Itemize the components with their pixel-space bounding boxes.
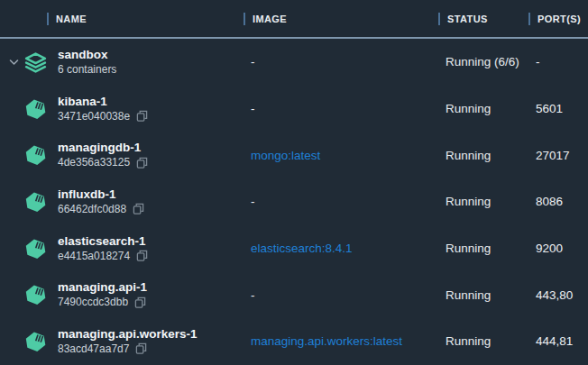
chevron-down-icon[interactable]: [9, 59, 24, 66]
container-sub: 83acd47aa7d7: [58, 342, 198, 357]
container-sub: 6 containers: [58, 62, 116, 78]
containers-table: NAME IMAGE STATUS PORT(S): [0, 0, 588, 365]
copy-id-button[interactable]: [133, 203, 144, 215]
column-separator: [243, 13, 245, 25]
stack-icon: [24, 50, 47, 74]
container-sub: 3471e040038e: [58, 109, 148, 124]
row-icon: [24, 237, 47, 260]
copy-id-button[interactable]: [136, 250, 148, 262]
name-lines: elasticsearch-1 e4415a018274: [58, 233, 148, 264]
column-separator: [47, 13, 49, 25]
container-sub: e4415a018274: [58, 249, 148, 264]
status-cell: Running (6/6): [438, 55, 528, 68]
container-id: 66462dfc0d88: [58, 202, 126, 217]
column-separator: [438, 13, 440, 25]
name-lines: influxdb-1 66462dfc0d88: [58, 187, 144, 217]
column-separator: [528, 13, 530, 25]
container-id: e4415a018274: [58, 249, 130, 264]
copy-icon: [136, 250, 148, 262]
row-icon: [24, 50, 47, 74]
name-lines: sandbox 6 containers: [58, 47, 116, 78]
table-header: NAME IMAGE STATUS PORT(S): [0, 0, 588, 39]
status-cell: Running: [438, 288, 528, 302]
status-cell: Running: [438, 149, 528, 162]
container-id: 7490ccdc3dbb: [58, 295, 128, 310]
copy-icon: [135, 342, 147, 355]
row-icon: [24, 143, 47, 167]
container-id: 3471e040038e: [58, 109, 130, 124]
status-cell: Running: [438, 102, 528, 115]
container-name: managing.api.workers-1: [58, 326, 198, 342]
name-cell: elasticsearch-1 e4415a018274: [0, 233, 243, 264]
status-cell: Running: [438, 195, 528, 208]
copy-icon: [133, 203, 144, 215]
table-row[interactable]: managing.api.workers-1 83acd47aa7d7 mana…: [0, 318, 588, 365]
table-row[interactable]: kibana-1 3471e040038e - Running 5601: [0, 86, 588, 132]
column-header-image[interactable]: IMAGE: [243, 0, 438, 37]
table-row[interactable]: managing.api-1 7490ccdc3dbb - Running: [0, 271, 588, 318]
image-cell[interactable]: mongo:latest: [243, 149, 438, 162]
copy-icon: [134, 297, 146, 309]
copy-id-button[interactable]: [136, 110, 148, 123]
image-cell[interactable]: managing.api.workers:latest: [243, 334, 438, 348]
table-row[interactable]: elasticsearch-1 e4415a018274 elasticsear…: [0, 225, 588, 272]
container-icon: [24, 237, 47, 260]
copy-icon: [136, 157, 148, 169]
image-cell: -: [243, 102, 438, 115]
ports-cell: 9200: [528, 242, 588, 255]
ports-cell: 443,80: [528, 288, 588, 302]
column-header-label: PORT(S): [537, 14, 581, 24]
copy-id-button[interactable]: [134, 297, 146, 309]
name-lines: managing.api.workers-1 83acd47aa7d7: [58, 326, 198, 357]
container-name: kibana-1: [58, 94, 148, 109]
container-id: 6 containers: [58, 62, 116, 78]
table-row[interactable]: influxdb-1 66462dfc0d88 - Running 80: [0, 178, 588, 225]
row-icon: [24, 330, 47, 353]
ports-cell: -: [528, 55, 588, 68]
container-icon: [24, 97, 47, 121]
column-header-name[interactable]: NAME: [0, 0, 243, 37]
name-lines: managing.api-1 7490ccdc3dbb: [58, 279, 147, 310]
column-header-ports[interactable]: PORT(S): [528, 0, 588, 37]
container-id: 4de356a33125: [58, 155, 130, 170]
row-icon: [24, 97, 47, 121]
name-lines: managingdb-1 4de356a33125: [58, 140, 148, 170]
container-name: influxdb-1: [58, 187, 144, 202]
row-icon: [24, 190, 47, 214]
ports-cell: 444,81: [528, 334, 588, 348]
ports-cell: 8086: [528, 195, 588, 208]
container-name: elasticsearch-1: [58, 233, 148, 249]
copy-id-button[interactable]: [135, 342, 147, 355]
column-header-status[interactable]: STATUS: [438, 0, 528, 37]
container-sub: 7490ccdc3dbb: [58, 295, 147, 310]
name-cell: managing.api.workers-1 83acd47aa7d7: [0, 326, 243, 357]
table-row[interactable]: managingdb-1 4de356a33125 mongo:latest R: [0, 132, 588, 178]
name-cell: managing.api-1 7490ccdc3dbb: [0, 279, 243, 310]
table-row[interactable]: sandbox 6 containers - Running (6/6): [0, 39, 588, 86]
image-cell[interactable]: elasticsearch:8.4.1: [243, 242, 438, 255]
container-icon: [24, 330, 47, 353]
name-cell: managingdb-1 4de356a33125: [0, 140, 243, 170]
container-name: managingdb-1: [58, 140, 148, 155]
container-name: managing.api-1: [58, 279, 147, 295]
container-icon: [24, 283, 47, 306]
container-name: sandbox: [58, 47, 116, 62]
copy-icon: [136, 110, 148, 123]
image-cell: -: [243, 195, 438, 208]
name-lines: kibana-1 3471e040038e: [58, 94, 148, 124]
status-cell: Running: [438, 242, 528, 255]
column-header-label: IMAGE: [253, 14, 287, 24]
row-icon: [24, 283, 47, 306]
containers-table-body: sandbox 6 containers - Running (6/6): [0, 39, 588, 365]
ports-cell: 5601: [528, 102, 588, 115]
container-icon: [24, 143, 47, 167]
copy-id-button[interactable]: [136, 157, 148, 169]
column-header-label: NAME: [56, 14, 87, 24]
name-cell: influxdb-1 66462dfc0d88: [0, 187, 243, 217]
name-cell: kibana-1 3471e040038e: [0, 94, 243, 124]
image-cell: -: [243, 55, 438, 68]
container-icon: [24, 190, 47, 214]
ports-cell: 27017: [528, 149, 588, 162]
image-cell: -: [243, 288, 438, 302]
container-id: 83acd47aa7d7: [58, 342, 129, 357]
